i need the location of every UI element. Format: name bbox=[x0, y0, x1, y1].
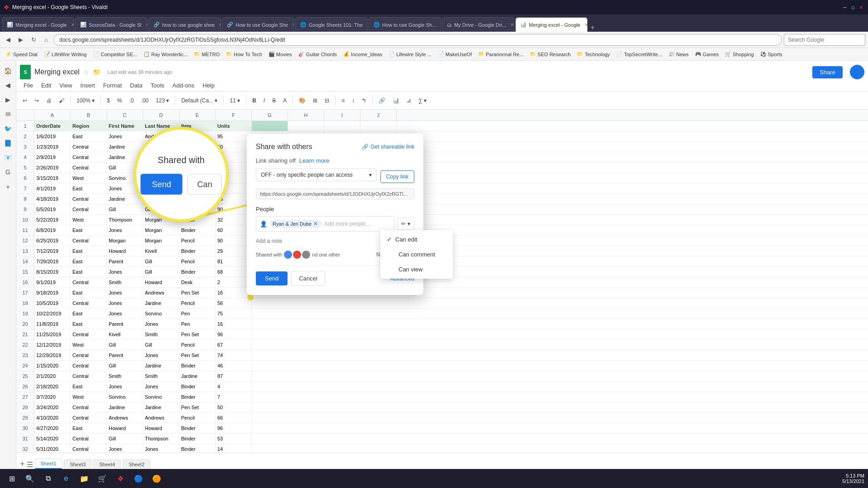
cell[interactable]: Central bbox=[71, 329, 107, 339]
cell[interactable]: Morgan bbox=[143, 236, 179, 246]
user-avatar[interactable]: 👤 bbox=[850, 65, 864, 79]
col-header-B[interactable]: B bbox=[71, 110, 107, 121]
cell[interactable]: 11/8/2019 bbox=[34, 319, 71, 329]
cell[interactable]: Smith bbox=[143, 371, 179, 381]
cell[interactable]: 1/15/2020 bbox=[34, 361, 71, 371]
cell[interactable]: 7/12/2019 bbox=[34, 246, 71, 256]
col-header-C[interactable]: C bbox=[107, 110, 143, 121]
cell[interactable]: East bbox=[71, 131, 107, 141]
cell[interactable]: Jones bbox=[107, 382, 143, 391]
cell[interactable]: 74 bbox=[216, 350, 252, 360]
text-wrap[interactable]: ↰ bbox=[359, 96, 369, 105]
cell[interactable]: Gill bbox=[143, 267, 179, 277]
cell[interactable]: 87 bbox=[216, 371, 252, 381]
bookmark-movies[interactable]: 🎬Movies bbox=[267, 50, 294, 58]
taskbar-search-icon[interactable]: 🔍 bbox=[22, 470, 38, 487]
cell[interactable]: 2/1/2020 bbox=[34, 371, 71, 381]
sheet-tab-3[interactable]: Sheet3 bbox=[64, 459, 91, 469]
cell[interactable]: West bbox=[71, 215, 107, 225]
cell[interactable]: 4/1/2019 bbox=[34, 184, 71, 193]
cell[interactable]: East bbox=[71, 423, 107, 433]
taskbar-vivaldi-icon[interactable]: ❖ bbox=[112, 470, 129, 487]
sidebar-icon-google[interactable]: G bbox=[2, 166, 14, 179]
people-input-box[interactable]: 👤 Ryan & Jen Dube ✕ Add more people... bbox=[256, 216, 394, 232]
cell[interactable]: 53 bbox=[216, 434, 252, 444]
tab-merging-excel-active[interactable]: 📊 Merging excel - Google ✕ bbox=[515, 17, 588, 32]
forward-btn[interactable]: ▶ bbox=[15, 34, 26, 45]
menu-view[interactable]: View bbox=[56, 81, 76, 90]
cell[interactable]: 4/18/2019 bbox=[34, 194, 71, 204]
bookmark-income[interactable]: 💰Income_Ideas bbox=[341, 50, 384, 58]
tab-merging-excel-1[interactable]: 📊 Merging excel - Google ✕ bbox=[2, 17, 74, 32]
col-header-I[interactable]: I bbox=[324, 110, 360, 121]
cell[interactable]: 6/25/2019 bbox=[34, 236, 71, 246]
cell[interactable]: Central bbox=[71, 142, 107, 152]
col-header-F[interactable]: F bbox=[216, 110, 252, 121]
cell[interactable]: 2/26/2019 bbox=[34, 163, 71, 173]
cell[interactable]: Binder bbox=[179, 361, 216, 371]
cell[interactable]: Parent bbox=[107, 319, 143, 329]
zoom-dropdown[interactable]: 100% ▾ bbox=[74, 96, 97, 105]
minimize-btn[interactable]: ─ bbox=[842, 4, 848, 10]
cell[interactable]: 56 bbox=[216, 298, 252, 308]
bookmark-news[interactable]: 📰News bbox=[667, 50, 691, 58]
link-access-dropdown[interactable]: OFF - only specific people can access ▾ bbox=[256, 169, 377, 181]
cell[interactable]: Jones bbox=[107, 298, 143, 308]
perm-can-edit[interactable]: ✓ Can edit bbox=[380, 232, 453, 247]
cell[interactable]: 10/22/2019 bbox=[34, 309, 71, 319]
bookmark-lifewire2[interactable]: 📄Lifewire Style ... bbox=[387, 50, 433, 58]
tab-sourcedata[interactable]: 📊 SourceData - Google Sl ✕ bbox=[75, 17, 148, 32]
sidebar-icon-add[interactable]: + bbox=[2, 180, 14, 193]
cell[interactable]: Binder bbox=[179, 434, 216, 444]
tab-how-to-use-2[interactable]: 🔗 How to use Google She ✕ bbox=[222, 17, 294, 32]
cell[interactable]: Parent bbox=[107, 350, 143, 360]
cell[interactable]: Sorvino bbox=[143, 392, 179, 402]
maximize-btn[interactable]: □ bbox=[850, 4, 856, 10]
tab-close[interactable]: ✕ bbox=[440, 22, 441, 27]
cell[interactable]: 1/6/2019 bbox=[34, 131, 71, 141]
chip-remove-btn[interactable]: ✕ bbox=[313, 221, 318, 227]
cell[interactable]: 96 bbox=[216, 423, 252, 433]
cell[interactable]: Sorvino bbox=[143, 309, 179, 319]
cell[interactable]: 8/15/2019 bbox=[34, 267, 71, 277]
get-shareable-link-btn[interactable]: 🔗 Get shareable link bbox=[362, 144, 414, 150]
cell[interactable]: Desk bbox=[179, 277, 216, 287]
cell[interactable]: Pencil bbox=[179, 236, 216, 246]
cell[interactable]: Thompson bbox=[107, 215, 143, 225]
col-header-H[interactable]: H bbox=[288, 110, 324, 121]
cell[interactable]: Jones bbox=[107, 288, 143, 298]
cell[interactable]: 2/9/2019 bbox=[34, 152, 71, 162]
cell[interactable]: Central bbox=[71, 298, 107, 308]
cell[interactable]: 95 bbox=[216, 131, 252, 141]
cell[interactable]: Morgan bbox=[107, 236, 143, 246]
cell[interactable]: Howard bbox=[107, 423, 143, 433]
bookmark-games[interactable]: 🎮Games bbox=[693, 50, 720, 58]
redo-btn[interactable]: ↪ bbox=[32, 96, 42, 105]
cell[interactable]: East bbox=[71, 246, 107, 256]
cell[interactable]: Central bbox=[71, 413, 107, 423]
tab-close[interactable]: ✕ bbox=[219, 22, 221, 27]
back-btn[interactable]: ◀ bbox=[3, 34, 14, 45]
cell[interactable]: Jones bbox=[143, 350, 179, 360]
cell[interactable]: 6/8/2019 bbox=[34, 225, 71, 235]
undo-btn[interactable]: ↩ bbox=[20, 96, 30, 105]
cell[interactable]: 46 bbox=[216, 361, 252, 371]
tab-close[interactable]: ✕ bbox=[510, 22, 514, 27]
cell[interactable]: Jones bbox=[107, 131, 143, 141]
cell[interactable]: Central bbox=[71, 361, 107, 371]
cell[interactable]: 32 bbox=[216, 215, 252, 225]
tab-how-to-use-3[interactable]: 🌐 How to use Google Sh... ✕ bbox=[369, 17, 441, 32]
menu-format[interactable]: Format bbox=[100, 81, 125, 90]
cell[interactable]: Jones bbox=[143, 319, 179, 329]
cell[interactable]: Jones bbox=[107, 267, 143, 277]
cell[interactable]: 96 bbox=[216, 329, 252, 339]
tab-close[interactable]: ✕ bbox=[145, 22, 148, 27]
sidebar-icon-home[interactable]: 🏠 bbox=[2, 64, 14, 77]
cell[interactable]: Parent bbox=[107, 256, 143, 266]
sheet-tab-1[interactable]: Sheet1 bbox=[35, 459, 62, 469]
menu-addons[interactable]: Add-ons bbox=[169, 81, 198, 90]
perm-can-comment[interactable]: Can comment bbox=[380, 247, 453, 262]
font-size[interactable]: 11 ▾ bbox=[227, 96, 243, 105]
bookmark-lifewire[interactable]: 📝LifeWire Writing bbox=[42, 50, 88, 58]
cell[interactable]: Pencil bbox=[179, 256, 216, 266]
